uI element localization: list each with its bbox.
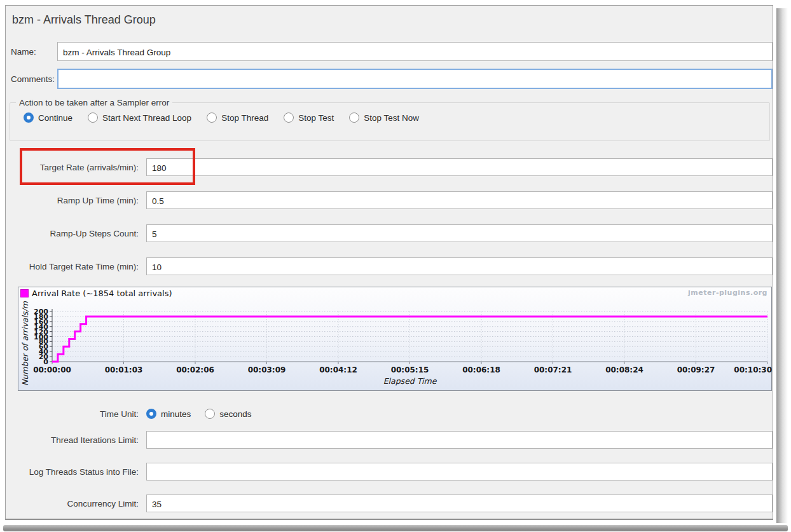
svg-text:00:08:24: 00:08:24 — [605, 365, 643, 374]
radio-stop-thread-label: Stop Thread — [221, 113, 268, 123]
name-label: Name: — [11, 47, 57, 57]
arrival-rate-preview-chart: 02040608010012014016018020000:00:0000:01… — [18, 287, 772, 391]
target-rate-input[interactable] — [146, 158, 773, 176]
hold-target-rate-row: Hold Target Rate Time (min): — [11, 257, 773, 275]
ramp-up-steps-row: Ramp-Up Steps Count: — [11, 224, 773, 242]
radio-stop-test-icon — [284, 113, 294, 123]
time-unit-label: Time Unit: — [11, 409, 146, 419]
radio-stop-test-label: Stop Test — [298, 113, 334, 123]
name-input[interactable] — [57, 42, 773, 61]
window-bottom-edge — [3, 525, 788, 531]
svg-text:00:00:00: 00:00:00 — [33, 365, 71, 374]
log-threads-status-input[interactable] — [146, 463, 773, 481]
radio-minutes-label: minutes — [161, 409, 191, 419]
chart-title: Arrival Rate (~1854 total arrivals) — [32, 289, 172, 298]
log-threads-status-row: Log Threads Status into File: — [11, 463, 773, 481]
comments-label: Comments: — [11, 74, 57, 84]
arrivals-thread-group-panel: bzm - Arrivals Thread Group Name: Commen… — [5, 5, 773, 520]
ramp-up-steps-input[interactable] — [146, 224, 773, 242]
radio-stop-test-now[interactable]: Stop Test Now — [349, 113, 419, 123]
radio-stop-test-now-label: Stop Test Now — [364, 113, 419, 123]
thread-iterations-limit-row: Thread Iterations Limit: — [11, 431, 773, 449]
radio-stop-test[interactable]: Stop Test — [284, 113, 334, 123]
ramp-up-time-label: Ramp Up Time (min): — [11, 196, 146, 205]
svg-text:200: 200 — [34, 308, 48, 316]
name-row: Name: — [11, 42, 773, 61]
thread-iterations-limit-input[interactable] — [146, 431, 773, 449]
ramp-up-steps-label: Ramp-Up Steps Count: — [11, 229, 146, 238]
concurrency-limit-label: Concurrency Limit: — [11, 499, 146, 508]
chart-x-axis-label: Elapsed Time — [52, 376, 767, 386]
radio-stop-thread[interactable]: Stop Thread — [207, 113, 268, 123]
ramp-up-time-row: Ramp Up Time (min): — [11, 191, 773, 209]
comments-row: Comments: — [11, 69, 773, 89]
radio-stop-test-now-icon — [349, 113, 359, 123]
chart-watermark: jmeter-plugins.org — [688, 289, 767, 297]
concurrency-limit-input[interactable] — [146, 494, 773, 512]
svg-text:00:05:15: 00:05:15 — [391, 365, 429, 374]
radio-continue-icon — [24, 113, 34, 123]
comments-input[interactable] — [57, 69, 773, 89]
svg-text:00:06:18: 00:06:18 — [462, 365, 500, 374]
hold-target-rate-input[interactable] — [146, 257, 773, 275]
radio-start-next-thread-loop-label: Start Next Thread Loop — [102, 113, 191, 123]
radio-minutes-icon — [146, 409, 156, 419]
svg-text:00:10:30: 00:10:30 — [734, 365, 772, 374]
radio-continue-label: Continue — [38, 113, 72, 123]
sampler-error-group-label: Action to be taken after a Sampler error — [16, 98, 172, 107]
target-rate-label: Target Rate (arrivals/min): — [11, 163, 146, 172]
sampler-error-group: Action to be taken after a Sampler error… — [10, 98, 770, 141]
time-unit-row: Time Unit: minutes seconds — [11, 406, 773, 421]
svg-text:00:02:06: 00:02:06 — [176, 365, 214, 374]
log-threads-status-label: Log Threads Status into File: — [11, 467, 146, 477]
svg-text:00:09:27: 00:09:27 — [677, 365, 715, 374]
concurrency-limit-row: Concurrency Limit: — [11, 494, 773, 512]
svg-text:00:01:03: 00:01:03 — [105, 365, 143, 374]
ramp-up-time-input[interactable] — [146, 191, 773, 209]
time-unit-options: minutes seconds — [146, 409, 252, 419]
sampler-error-options: Continue Start Next Thread Loop Stop Thr… — [10, 107, 769, 123]
svg-text:00:04:12: 00:04:12 — [319, 365, 357, 374]
radio-minutes[interactable]: minutes — [146, 409, 191, 419]
svg-text:00:07:21: 00:07:21 — [534, 365, 572, 374]
window-shadow-right — [776, 8, 788, 523]
legend-swatch-arrival-rate — [20, 289, 29, 297]
thread-iterations-limit-label: Thread Iterations Limit: — [11, 435, 146, 445]
svg-text:00:03:09: 00:03:09 — [248, 365, 286, 374]
page: bzm - Arrivals Thread Group Name: Commen… — [0, 0, 791, 532]
radio-seconds[interactable]: seconds — [205, 409, 251, 419]
radio-seconds-icon — [205, 409, 215, 419]
chart-y-axis-label: Number of arrivals/m — [18, 296, 31, 392]
radio-stop-thread-icon — [207, 113, 217, 123]
hold-target-rate-label: Hold Target Rate Time (min): — [11, 262, 146, 271]
radio-start-next-thread-loop-icon — [88, 113, 98, 123]
radio-seconds-label: seconds — [219, 409, 251, 419]
page-title: bzm - Arrivals Thread Group — [12, 13, 156, 27]
radio-continue[interactable]: Continue — [24, 113, 72, 123]
target-rate-row: Target Rate (arrivals/min): — [11, 158, 773, 176]
radio-start-next-thread-loop[interactable]: Start Next Thread Loop — [88, 113, 191, 123]
